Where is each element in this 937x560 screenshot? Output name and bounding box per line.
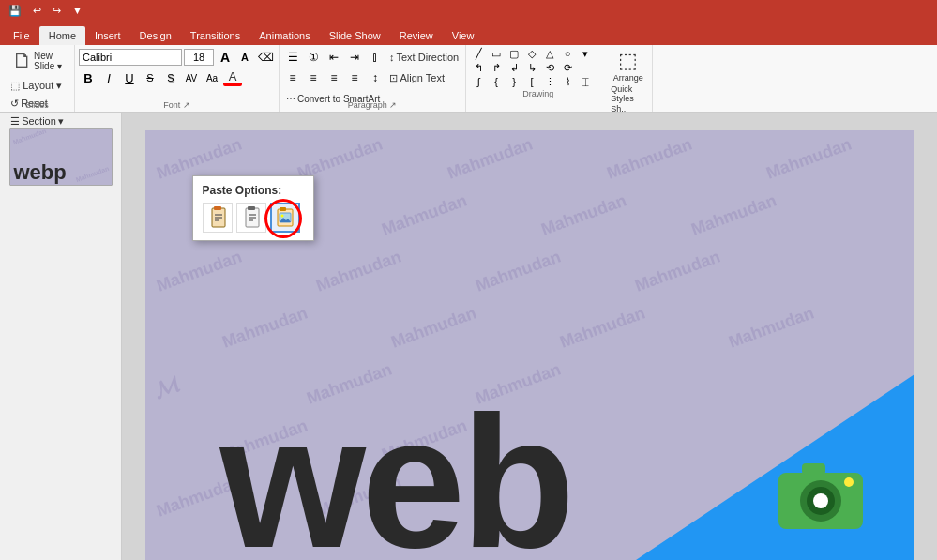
quick-styles-button[interactable]: Quick Styles: [608, 85, 648, 102]
increase-indent[interactable]: ⇥: [345, 49, 364, 66]
bold-button[interactable]: B: [79, 69, 98, 86]
shape-arrow5[interactable]: ⟲: [541, 61, 558, 74]
font-name-input[interactable]: [79, 49, 182, 66]
svg-rect-5: [802, 463, 825, 475]
slides-group-label: Slides: [0, 100, 74, 110]
svg-rect-17: [280, 207, 286, 211]
font-group-label: Font ↗: [75, 100, 279, 110]
webp-text: web: [220, 388, 571, 561]
paste-option-picture[interactable]: [270, 203, 300, 233]
paragraph-group-label: Paragraph ↗: [280, 100, 465, 110]
slide-thumbnail-1[interactable]: Mahmudan Mahmudan webp: [9, 128, 113, 186]
slide-canvas: Mahmudan Mahmudan Mahmudan Mahmudan Mahm…: [145, 130, 914, 561]
shrink-font-button[interactable]: A: [235, 49, 254, 66]
align-left[interactable]: ≡: [283, 69, 302, 86]
shape-custom3[interactable]: ⌶: [577, 75, 594, 88]
underline-button[interactable]: U: [120, 69, 139, 86]
shape-brace2[interactable]: }: [506, 75, 522, 88]
justify[interactable]: ≡: [345, 69, 364, 86]
line-spacing[interactable]: ↕: [366, 69, 385, 86]
shape-more2[interactable]: ···: [577, 61, 594, 74]
text-direction-button[interactable]: ↕ Text Direction: [386, 49, 461, 66]
tab-home[interactable]: Home: [39, 26, 85, 45]
italic-button[interactable]: I: [99, 69, 118, 86]
svg-point-4: [844, 477, 854, 487]
shape-oval[interactable]: ○: [559, 47, 576, 60]
align-center[interactable]: ≡: [304, 69, 323, 86]
col-button[interactable]: ⫿: [366, 49, 385, 66]
align-text-button[interactable]: ⊡ Align Text: [386, 69, 447, 86]
strikethrough-button[interactable]: S: [141, 69, 159, 86]
bullets-button[interactable]: ☰: [283, 49, 302, 66]
shape-arrow1[interactable]: ↰: [470, 61, 487, 74]
svg-point-3: [813, 493, 828, 508]
shape-bracket[interactable]: [: [523, 75, 540, 88]
svg-point-20: [280, 214, 283, 217]
shape-diamond[interactable]: ◇: [523, 47, 540, 60]
shape-brace1[interactable]: {: [488, 75, 505, 88]
shape-more[interactable]: ▾: [577, 47, 594, 60]
quick-access-undo[interactable]: ↩: [28, 4, 46, 18]
tab-design[interactable]: Design: [130, 26, 181, 45]
svg-rect-12: [248, 206, 255, 210]
arrange-button[interactable]: ⬚ Arrange: [608, 47, 648, 84]
shape-line[interactable]: ╱: [470, 47, 487, 60]
font-color-button[interactable]: A: [223, 69, 242, 86]
drawing-group-label: Drawing: [470, 89, 606, 98]
layout-button[interactable]: ⬚ Layout ▾: [8, 77, 67, 94]
numbering-button[interactable]: ①: [304, 49, 323, 66]
shape-arrow2[interactable]: ↱: [488, 61, 505, 74]
tab-file[interactable]: File: [4, 26, 39, 45]
new-slide-button[interactable]: 🗋 NewSlide ▾: [12, 49, 62, 73]
align-right[interactable]: ≡: [325, 69, 343, 86]
shape-arrow6[interactable]: ⟳: [559, 61, 576, 74]
quick-access-redo[interactable]: ↪: [48, 4, 66, 18]
char-spacing-button[interactable]: AV: [182, 69, 201, 86]
tab-slideshow[interactable]: Slide Show: [320, 26, 390, 45]
shape-arrow4[interactable]: ↳: [523, 61, 540, 74]
tab-review[interactable]: Review: [390, 26, 443, 45]
shape-triangle[interactable]: △: [541, 47, 558, 60]
decrease-indent[interactable]: ⇤: [325, 49, 343, 66]
shape-rect[interactable]: ▭: [488, 47, 505, 60]
paste-option-source[interactable]: [236, 203, 266, 233]
customize-quick-access[interactable]: ▼: [68, 4, 87, 17]
tab-transitions[interactable]: Transitions: [181, 26, 249, 45]
shape-custom2[interactable]: ⌇: [559, 75, 576, 88]
clear-format-button[interactable]: ⌫: [256, 49, 275, 66]
font-size-input[interactable]: [184, 49, 214, 66]
quick-access-save[interactable]: 💾: [4, 4, 26, 18]
tab-view[interactable]: View: [443, 26, 484, 45]
shape-round-rect[interactable]: ▢: [506, 47, 522, 60]
shape-arrow3[interactable]: ↲: [506, 61, 522, 74]
context-menu: Paste Options:: [192, 175, 314, 241]
change-case-button[interactable]: Aa: [203, 69, 221, 86]
grow-font-button[interactable]: A: [216, 49, 234, 66]
shape-curve[interactable]: ∫: [470, 75, 487, 88]
tab-insert[interactable]: Insert: [85, 26, 130, 45]
svg-rect-7: [214, 206, 221, 210]
tab-animations[interactable]: Animations: [249, 26, 319, 45]
shape-custom1[interactable]: ⋮: [541, 75, 558, 88]
camera-icon: [774, 449, 868, 534]
context-menu-title: Paste Options:: [203, 184, 304, 197]
shadow-button[interactable]: S: [161, 69, 180, 86]
paste-option-destination[interactable]: [203, 203, 233, 233]
